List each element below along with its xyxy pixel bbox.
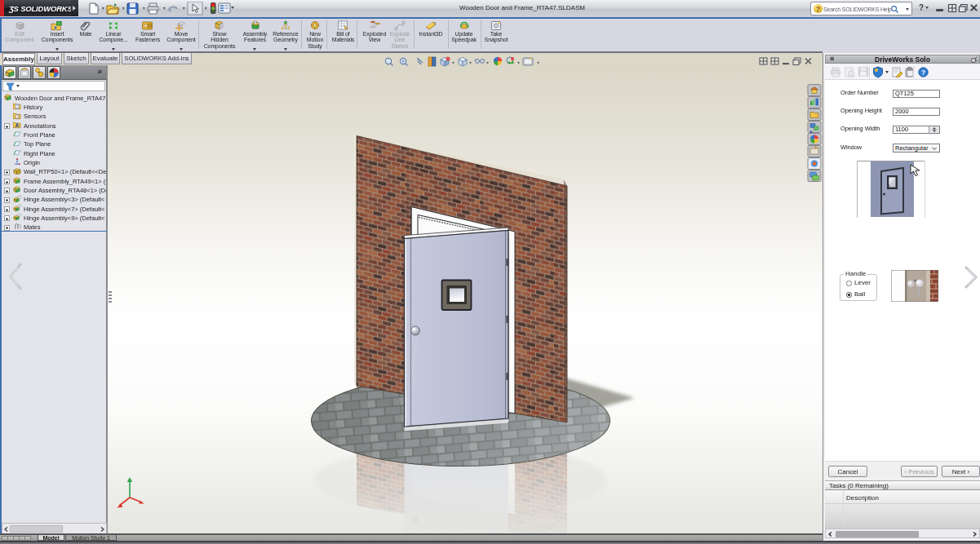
svg-text:A: A — [16, 122, 20, 128]
svg-text:?: ? — [921, 69, 925, 77]
